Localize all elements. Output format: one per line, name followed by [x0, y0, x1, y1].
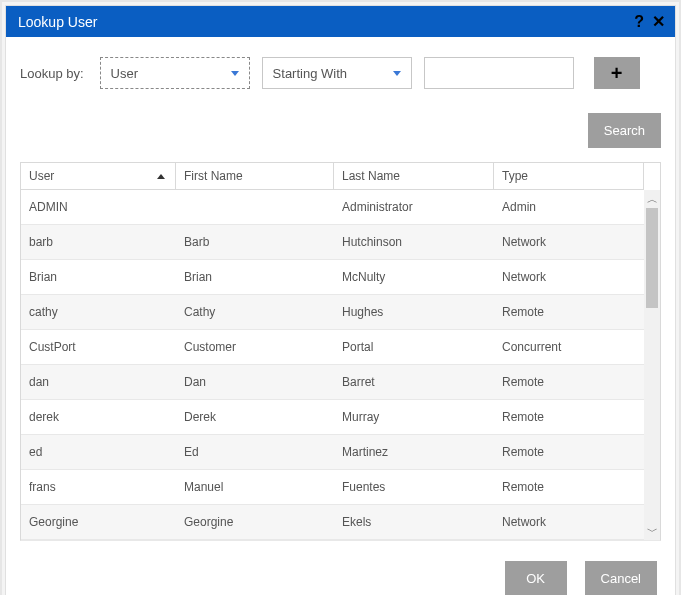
cell-first: Customer [176, 330, 334, 364]
table-row[interactable]: ADMINAdministratorAdmin [21, 190, 644, 225]
column-header-first-name[interactable]: First Name [176, 163, 334, 190]
cell-user: CustPort [21, 330, 176, 364]
scroll-down-icon[interactable]: ﹀ [644, 522, 660, 540]
table-row[interactable]: CustPortCustomerPortalConcurrent [21, 330, 644, 365]
results-table: User First Name Last Name Type ADMINAdmi… [20, 162, 661, 541]
table-row[interactable]: cathyCathyHughesRemote [21, 295, 644, 330]
ok-button[interactable]: OK [505, 561, 567, 595]
cell-type: Admin [494, 190, 644, 224]
scroll-thumb[interactable] [646, 208, 658, 308]
cell-last: Barret [334, 365, 494, 399]
column-header-user[interactable]: User [21, 163, 176, 190]
lookup-value-input[interactable] [424, 57, 574, 89]
cell-first: Brian [176, 260, 334, 294]
cell-last: Portal [334, 330, 494, 364]
dialog-title: Lookup User [18, 14, 626, 30]
titlebar: Lookup User ? ✕ [6, 6, 675, 37]
cell-last: Martinez [334, 435, 494, 469]
cell-type: Remote [494, 365, 644, 399]
cell-last: Murray [334, 400, 494, 434]
chevron-down-icon [231, 71, 239, 76]
lookup-by-label: Lookup by: [20, 66, 84, 81]
lookup-user-dialog: Lookup User ? ✕ Lookup by: User Starting… [5, 5, 676, 595]
dialog-footer: OK Cancel [20, 541, 661, 595]
cell-type: Remote [494, 400, 644, 434]
table-row[interactable]: danDanBarretRemote [21, 365, 644, 400]
table-row[interactable]: derekDerekMurrayRemote [21, 400, 644, 435]
table-row[interactable]: edEdMartinezRemote [21, 435, 644, 470]
lookup-mode-select[interactable]: Starting With [262, 57, 412, 89]
cell-last: Hughes [334, 295, 494, 329]
filter-row: Lookup by: User Starting With + [20, 57, 661, 89]
cell-type: Network [494, 260, 644, 294]
cell-first [176, 190, 334, 224]
help-icon[interactable]: ? [634, 13, 644, 31]
cell-user: dan [21, 365, 176, 399]
cell-last: McNulty [334, 260, 494, 294]
cell-user: Brian [21, 260, 176, 294]
lookup-mode-value: Starting With [273, 66, 393, 81]
cell-type: Concurrent [494, 330, 644, 364]
sort-asc-icon [157, 174, 165, 179]
cancel-button[interactable]: Cancel [585, 561, 657, 595]
table-row[interactable]: fransManuelFuentesRemote [21, 470, 644, 505]
cell-user: ed [21, 435, 176, 469]
cell-user: cathy [21, 295, 176, 329]
cell-type: Network [494, 505, 644, 539]
cell-first: Manuel [176, 470, 334, 504]
cell-first: Ed [176, 435, 334, 469]
lookup-field-value: User [111, 66, 231, 81]
cell-first: Barb [176, 225, 334, 259]
cell-type: Remote [494, 295, 644, 329]
cell-last: Administrator [334, 190, 494, 224]
cell-type: Remote [494, 435, 644, 469]
scroll-track[interactable] [644, 208, 660, 522]
cell-type: Network [494, 225, 644, 259]
table-row[interactable]: BrianBrianMcNultyNetwork [21, 260, 644, 295]
close-icon[interactable]: ✕ [652, 12, 665, 31]
table-header: User First Name Last Name Type [21, 163, 660, 190]
cell-last: Ekels [334, 505, 494, 539]
table-row[interactable]: GeorgineGeorgineEkelsNetwork [21, 505, 644, 540]
chevron-down-icon [393, 71, 401, 76]
cell-last: Hutchinson [334, 225, 494, 259]
plus-icon: + [611, 63, 623, 83]
cell-user: frans [21, 470, 176, 504]
cell-first: Derek [176, 400, 334, 434]
cell-user: derek [21, 400, 176, 434]
column-header-last-name[interactable]: Last Name [334, 163, 494, 190]
cell-type: Remote [494, 470, 644, 504]
search-button[interactable]: Search [588, 113, 661, 148]
lookup-field-select[interactable]: User [100, 57, 250, 89]
cell-user: barb [21, 225, 176, 259]
table-row[interactable]: barbBarbHutchinsonNetwork [21, 225, 644, 260]
column-header-type[interactable]: Type [494, 163, 644, 190]
cell-user: ADMIN [21, 190, 176, 224]
cell-first: Georgine [176, 505, 334, 539]
vertical-scrollbar[interactable]: ︿ ﹀ [644, 190, 660, 540]
scroll-up-icon[interactable]: ︿ [644, 190, 660, 208]
cell-user: Georgine [21, 505, 176, 539]
cell-last: Fuentes [334, 470, 494, 504]
cell-first: Dan [176, 365, 334, 399]
cell-first: Cathy [176, 295, 334, 329]
add-filter-button[interactable]: + [594, 57, 640, 89]
